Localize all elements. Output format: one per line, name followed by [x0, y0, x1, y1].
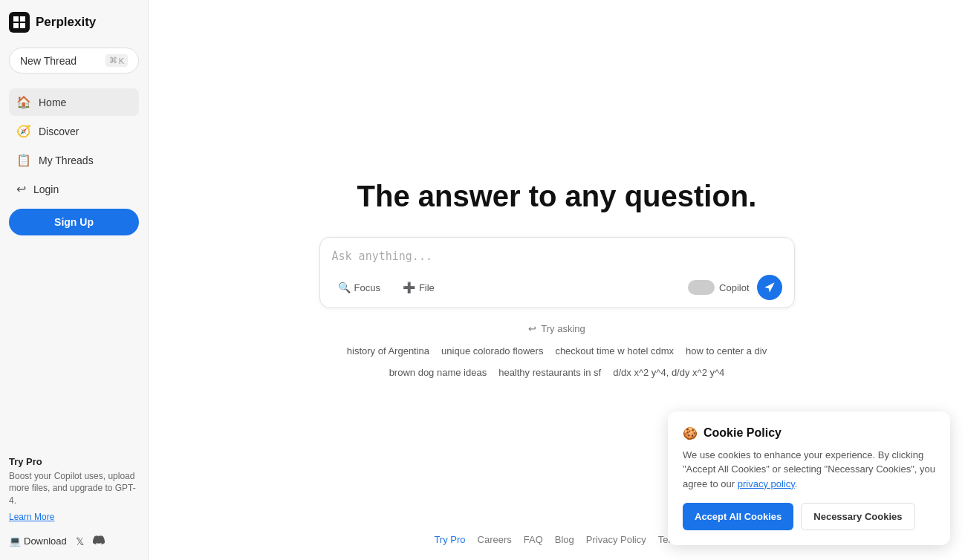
compass-icon: 🧭: [16, 124, 31, 138]
cookie-actions: Accept All Cookies Necessary Cookies: [683, 503, 935, 530]
sidebar-bottom: Try Pro Boost your Copilot uses, upload …: [9, 449, 139, 548]
sidebar-item-discover[interactable]: 🧭 Discover: [9, 117, 139, 145]
learn-more-link[interactable]: Learn More: [9, 512, 139, 522]
footer-privacy[interactable]: Privacy Policy: [586, 534, 646, 545]
footer-try-pro[interactable]: Try Pro: [434, 534, 465, 545]
search-input[interactable]: [332, 250, 782, 272]
sidebar-item-discover-label: Discover: [39, 126, 79, 137]
try-pro-section: Try Pro Boost your Copilot uses, upload …: [9, 456, 139, 522]
twitter-icon[interactable]: 𝕏: [76, 535, 84, 547]
search-toolbar: 🔍 Focus ➕ File Copilot: [332, 275, 782, 300]
new-thread-shortcut: ⌘ K: [105, 54, 128, 67]
try-asking-arrow: ↩: [528, 323, 536, 334]
necessary-cookies-button[interactable]: Necessary Cookies: [801, 503, 914, 530]
sidebar: Perplexity New Thread ⌘ K 🏠 Home 🧭 Disco…: [0, 0, 149, 560]
suggestion-5[interactable]: healthy restaurants in sf: [498, 365, 601, 380]
accept-all-cookies-button[interactable]: Accept All Cookies: [683, 503, 793, 530]
try-pro-title: Try Pro: [9, 456, 139, 467]
cookie-body-end: .: [795, 478, 798, 489]
cookie-icon: 🍪: [683, 426, 698, 440]
sidebar-item-my-threads-label: My Threads: [39, 154, 94, 166]
svg-rect-3: [13, 23, 19, 28]
svg-rect-4: [20, 23, 25, 28]
footer-faq[interactable]: FAQ: [524, 534, 543, 545]
new-thread-label: New Thread: [20, 55, 77, 67]
try-pro-description: Boost your Copilot uses, upload more fil…: [9, 470, 139, 507]
try-asking-hint: ↩ Try asking: [528, 323, 585, 334]
logo-area: Perplexity: [9, 12, 139, 33]
download-label: Download: [24, 535, 67, 547]
search-right-actions: Copilot: [688, 275, 782, 300]
home-icon: 🏠: [16, 95, 31, 109]
file-label: File: [419, 282, 435, 293]
try-asking-label: Try asking: [541, 323, 585, 334]
suggestion-1[interactable]: unique colorado flowers: [441, 343, 543, 359]
copilot-toggle[interactable]: Copilot: [688, 280, 749, 295]
file-button[interactable]: ➕ File: [397, 279, 441, 296]
sidebar-footer-links: 💻 Download 𝕏: [9, 534, 139, 548]
footer-careers[interactable]: Careers: [478, 534, 512, 545]
suggestion-6[interactable]: d/dx x^2 y^4, d/dy x^2 y^4: [613, 365, 724, 380]
cookie-title: Cookie Policy: [704, 426, 782, 440]
cookie-body-text: We use cookies to enhance your experienc…: [683, 449, 935, 489]
focus-button[interactable]: 🔍 Focus: [332, 279, 386, 296]
perplexity-logo-icon: [9, 12, 30, 33]
discord-icon[interactable]: [93, 534, 105, 548]
search-box: 🔍 Focus ➕ File Copilot: [319, 237, 795, 308]
threads-icon: 📋: [16, 153, 31, 167]
download-icon: 💻: [9, 535, 21, 547]
suggestion-4[interactable]: brown dog name ideas: [389, 365, 487, 380]
hero-title: The answer to any question.: [357, 180, 757, 213]
sidebar-item-login[interactable]: ↩ Login: [9, 175, 139, 203]
suggestion-3[interactable]: how to center a div: [686, 343, 767, 359]
sidebar-item-login-label: Login: [33, 183, 59, 195]
svg-rect-1: [13, 16, 19, 22]
submit-button[interactable]: [757, 275, 782, 300]
cookie-body: We use cookies to enhance your experienc…: [683, 448, 935, 492]
svg-rect-2: [20, 16, 25, 22]
cookie-header: 🍪 Cookie Policy: [683, 426, 935, 440]
cookie-banner: 🍪 Cookie Policy We use cookies to enhanc…: [668, 411, 950, 546]
new-thread-button[interactable]: New Thread ⌘ K: [9, 48, 139, 74]
focus-icon: 🔍: [338, 281, 351, 293]
sidebar-item-my-threads[interactable]: 📋 My Threads: [9, 146, 139, 174]
sidebar-item-home-label: Home: [39, 97, 66, 108]
file-icon: ➕: [403, 281, 415, 293]
main-footer: Try Pro Careers FAQ Blog Privacy Policy …: [434, 534, 679, 545]
focus-label: Focus: [354, 282, 380, 293]
suggestion-0[interactable]: history of Argentina: [347, 343, 429, 359]
search-left-actions: 🔍 Focus ➕ File: [332, 279, 441, 296]
cookie-privacy-link[interactable]: privacy policy: [738, 478, 795, 489]
download-link[interactable]: 💻 Download: [9, 535, 67, 547]
copilot-label: Copilot: [719, 282, 749, 293]
svg-rect-0: [9, 12, 30, 33]
footer-blog[interactable]: Blog: [555, 534, 574, 545]
sidebar-item-home[interactable]: 🏠 Home: [9, 88, 139, 116]
signup-button[interactable]: Sign Up: [9, 209, 139, 235]
sidebar-nav: 🏠 Home 🧭 Discover 📋 My Threads ↩ Login: [9, 88, 139, 204]
app-name: Perplexity: [36, 15, 96, 30]
toggle-switch[interactable]: [688, 280, 715, 295]
suggestion-2[interactable]: checkout time w hotel cdmx: [555, 343, 674, 359]
login-icon: ↩: [16, 182, 26, 196]
suggestions-list: history of Argentina unique colorado flo…: [319, 343, 795, 380]
